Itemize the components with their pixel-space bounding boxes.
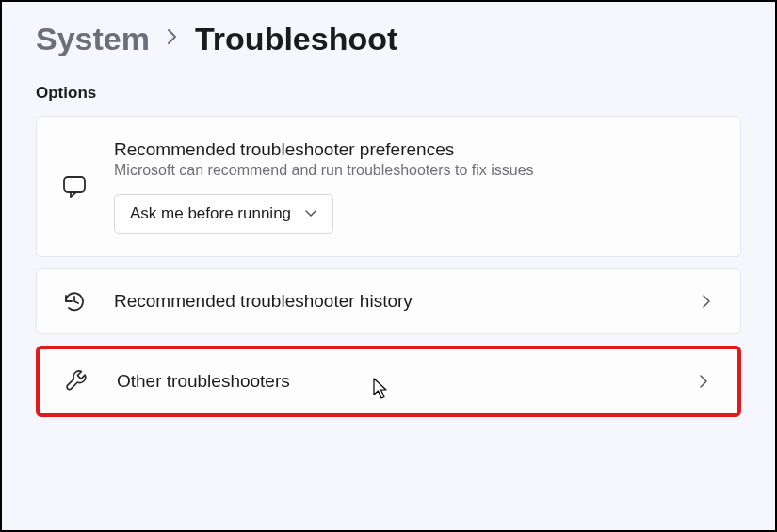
preferences-dropdown[interactable]: Ask me before running	[114, 194, 333, 234]
other-title: Other troubleshooters	[117, 371, 668, 392]
preferences-title: Recommended troubleshooter preferences	[114, 139, 718, 160]
wrench-icon	[62, 368, 92, 395]
breadcrumb-parent[interactable]: System	[36, 21, 150, 57]
chevron-right-icon	[167, 28, 178, 50]
history-icon	[59, 288, 89, 314]
card-troubleshooter-history[interactable]: Recommended troubleshooter history	[36, 268, 741, 334]
svg-rect-0	[64, 177, 85, 192]
breadcrumb-current: Troubleshoot	[195, 21, 397, 57]
card-other-troubleshooters[interactable]: Other troubleshooters	[36, 346, 741, 417]
breadcrumb: System Troubleshoot	[36, 21, 741, 57]
chevron-down-icon	[304, 204, 317, 223]
preferences-dropdown-value: Ask me before running	[130, 204, 291, 223]
feedback-icon	[59, 173, 89, 200]
preferences-subtitle: Microsoft can recommend and run troubles…	[114, 162, 718, 179]
card-troubleshooter-preferences: Recommended troubleshooter preferences M…	[36, 116, 741, 257]
chevron-right-icon	[692, 374, 715, 389]
section-label-options: Options	[36, 84, 741, 103]
chevron-right-icon	[695, 294, 718, 309]
history-title: Recommended troubleshooter history	[114, 291, 671, 312]
